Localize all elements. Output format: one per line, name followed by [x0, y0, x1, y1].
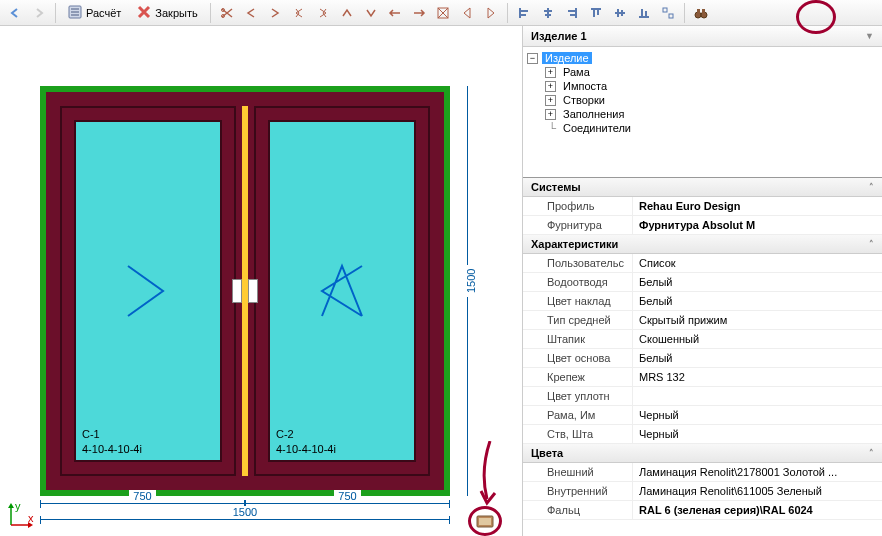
- svg-rect-17: [593, 10, 595, 17]
- window-frame[interactable]: C-1 4-10-4-10-4і C-2 4-10-4-10-4і: [40, 86, 450, 496]
- prop-row[interactable]: ФальцRAL 6 (зеленая серия)\RAL 6024: [523, 501, 882, 520]
- prop-row[interactable]: КрепежMRS 132: [523, 368, 882, 387]
- align-right-icon[interactable]: [561, 2, 583, 24]
- prop-row[interactable]: Рама, ИмЧерный: [523, 406, 882, 425]
- tree-header: Изделие 1 ▼: [523, 26, 882, 47]
- drawing-canvas[interactable]: C-1 4-10-4-10-4і C-2 4-10-4-10-4і: [0, 26, 522, 536]
- calc-label: Расчёт: [86, 7, 121, 19]
- svg-rect-9: [521, 14, 526, 16]
- svg-text:y: y: [15, 500, 21, 512]
- section-chars[interactable]: Характеристики˄: [523, 235, 882, 254]
- tool-arrow-right-icon[interactable]: [408, 2, 430, 24]
- svg-rect-8: [521, 10, 528, 12]
- coordinate-axes-icon: yx: [6, 500, 36, 532]
- file-icon: [476, 514, 494, 530]
- tool-angle-left-icon[interactable]: [240, 2, 262, 24]
- sash2-formula: 4-10-4-10-4і: [276, 442, 336, 456]
- svg-rect-23: [641, 9, 643, 16]
- prop-row[interactable]: ШтапикСкошенный: [523, 330, 882, 349]
- prop-row[interactable]: Цвет накладБелый: [523, 292, 882, 311]
- prop-row[interactable]: Цвет уплотн: [523, 387, 882, 406]
- opening-direction-left-icon: [123, 261, 173, 321]
- binoculars-button[interactable]: [690, 2, 712, 24]
- opening-direction-tilt-turn-icon: [312, 261, 372, 321]
- dimension-bottom: 750 750 1500: [40, 501, 450, 536]
- align-bottom-icon[interactable]: [633, 2, 655, 24]
- svg-rect-21: [621, 10, 623, 16]
- calc-button[interactable]: Расчёт: [61, 2, 128, 24]
- tree-node-4[interactable]: └Соединители: [527, 121, 878, 135]
- tree-root[interactable]: − Изделие: [527, 51, 878, 65]
- close-button[interactable]: Закрыть: [130, 2, 204, 24]
- toolbar: Расчёт Закрыть: [0, 0, 882, 26]
- tool-caret-down-icon[interactable]: [360, 2, 382, 24]
- svg-rect-36: [479, 518, 491, 525]
- sash2-code: C-2: [276, 427, 336, 441]
- handle-sash-2[interactable]: [248, 279, 258, 303]
- svg-rect-30: [702, 9, 705, 14]
- align-center-v-icon[interactable]: [609, 2, 631, 24]
- nav-back-button[interactable]: [4, 2, 26, 24]
- tool-square-x-icon[interactable]: [432, 2, 454, 24]
- nav-forward-button[interactable]: [28, 2, 50, 24]
- svg-rect-25: [663, 8, 667, 12]
- svg-rect-26: [669, 14, 673, 18]
- prop-row[interactable]: Ств, ШтаЧерный: [523, 425, 882, 444]
- binoculars-icon: [693, 6, 709, 20]
- tool-star-left-icon[interactable]: [288, 2, 310, 24]
- svg-rect-15: [570, 14, 575, 16]
- panel-collapse-icon[interactable]: ▼: [865, 31, 874, 41]
- prop-row[interactable]: Цвет основаБелый: [523, 349, 882, 368]
- align-center-h-icon[interactable]: [537, 2, 559, 24]
- dimension-right: 1500: [455, 86, 490, 496]
- tree-node-1[interactable]: +Импоста: [527, 79, 878, 93]
- tool-tri-left-icon[interactable]: [456, 2, 478, 24]
- svg-rect-29: [697, 9, 700, 14]
- prop-row[interactable]: ВнутреннийЛаминация Renolit\611005 Зелен…: [523, 482, 882, 501]
- prop-row[interactable]: Тип среднейСкрытый прижим: [523, 311, 882, 330]
- svg-rect-11: [544, 10, 552, 12]
- section-systems[interactable]: Системы˄: [523, 178, 882, 197]
- tree-collapse-icon[interactable]: −: [527, 53, 538, 64]
- align-left-icon[interactable]: [513, 2, 535, 24]
- sash-2[interactable]: C-2 4-10-4-10-4і: [254, 106, 430, 476]
- sash-1[interactable]: C-1 4-10-4-10-4і: [60, 106, 236, 476]
- tree-node-0[interactable]: +Рама: [527, 65, 878, 79]
- tree-node-2[interactable]: +Створки: [527, 93, 878, 107]
- prop-row[interactable]: ВнешнийЛаминация Renolit\2178001 Золотой…: [523, 463, 882, 482]
- svg-rect-14: [568, 10, 575, 12]
- tool-caret-up-icon[interactable]: [336, 2, 358, 24]
- tool-angle-right-icon[interactable]: [264, 2, 286, 24]
- prop-row[interactable]: ПрофильRehau Euro Design: [523, 197, 882, 216]
- close-x-icon: [137, 5, 151, 21]
- sash1-code: C-1: [82, 427, 142, 441]
- svg-rect-24: [645, 11, 647, 16]
- tool-tri-right-icon[interactable]: [480, 2, 502, 24]
- align-group-icon[interactable]: [657, 2, 679, 24]
- svg-text:x: x: [28, 512, 34, 524]
- structure-tree[interactable]: − Изделие +Рама+Импоста+Створки+Заполнен…: [523, 47, 882, 177]
- tree-node-3[interactable]: +Заполнения: [527, 107, 878, 121]
- svg-rect-12: [545, 14, 551, 16]
- sash1-formula: 4-10-4-10-4і: [82, 442, 142, 456]
- prop-row[interactable]: ФурнитураФурнитура Absolut M: [523, 216, 882, 235]
- close-label: Закрыть: [155, 7, 197, 19]
- prop-row[interactable]: ПользовательсСписок: [523, 254, 882, 273]
- prop-row[interactable]: ВодоотводяБелый: [523, 273, 882, 292]
- svg-rect-18: [597, 10, 599, 15]
- calc-icon: [68, 5, 82, 21]
- section-colors[interactable]: Цвета˄: [523, 444, 882, 463]
- tool-star-right-icon[interactable]: [312, 2, 334, 24]
- align-top-icon[interactable]: [585, 2, 607, 24]
- svg-rect-20: [617, 9, 619, 17]
- property-grid[interactable]: Системы˄ ПрофильRehau Euro DesignФурниту…: [523, 177, 882, 536]
- handle-sash-1[interactable]: [232, 279, 242, 303]
- tool-scissors-icon[interactable]: [216, 2, 238, 24]
- tool-arrow-left-icon[interactable]: [384, 2, 406, 24]
